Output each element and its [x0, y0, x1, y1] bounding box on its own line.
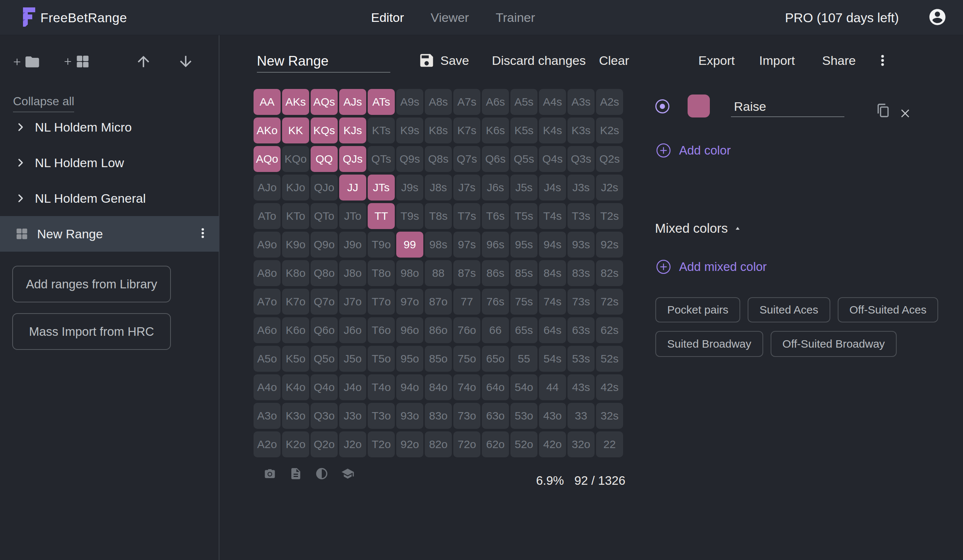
more-options-kebab-icon[interactable] [875, 50, 890, 71]
hand-cell-K6o[interactable]: K6o [282, 317, 309, 343]
hand-cell-AKs[interactable]: AKs [282, 89, 309, 115]
preset-pocket-pairs[interactable]: Pocket pairs [655, 297, 740, 322]
hand-cell-AKo[interactable]: AKo [253, 118, 280, 143]
hand-cell-85s[interactable]: 85s [511, 260, 537, 286]
hand-cell-J8s[interactable]: J8s [425, 175, 452, 201]
hand-cell-84o[interactable]: 84o [425, 374, 452, 400]
hand-cell-T6o[interactable]: T6o [368, 317, 395, 343]
hand-cell-63o[interactable]: 63o [482, 403, 509, 429]
hand-cell-Q6o[interactable]: Q6o [311, 317, 338, 343]
hand-cell-KK[interactable]: KK [282, 118, 309, 143]
color-label-input[interactable] [731, 96, 845, 117]
hand-cell-72s[interactable]: 72s [596, 289, 623, 315]
hand-cell-A7o[interactable]: A7o [253, 289, 280, 315]
add-ranges-from-library-button[interactable]: Add ranges from Library [12, 266, 171, 303]
hand-cell-33[interactable]: 33 [567, 403, 595, 429]
move-up-button[interactable] [135, 53, 152, 70]
hand-cell-J2o[interactable]: J2o [339, 431, 366, 457]
add-folder-button[interactable] [12, 54, 41, 70]
hand-cell-T7o[interactable]: T7o [368, 289, 395, 315]
hand-cell-42o[interactable]: 42o [539, 431, 566, 457]
hand-cell-22[interactable]: 22 [596, 431, 623, 457]
hand-cell-Q2s[interactable]: Q2s [596, 146, 623, 172]
hand-cell-99[interactable]: 99 [396, 231, 423, 257]
save-button[interactable]: Save [418, 50, 469, 71]
hand-cell-93o[interactable]: 93o [396, 403, 423, 429]
hand-cell-AJo[interactable]: AJo [253, 175, 280, 201]
hand-cell-64o[interactable]: 64o [482, 374, 509, 400]
app-logo[interactable]: FreeBetRange [20, 0, 127, 35]
hand-cell-QJs[interactable]: QJs [339, 146, 366, 172]
hand-cell-74s[interactable]: 74s [539, 289, 566, 315]
hand-cell-63s[interactable]: 63s [567, 317, 595, 343]
hand-cell-65s[interactable]: 65s [511, 317, 537, 343]
hand-cell-43s[interactable]: 43s [567, 374, 595, 400]
range-menu-kebab-icon[interactable] [196, 227, 209, 241]
hand-cell-55[interactable]: 55 [511, 346, 537, 372]
hand-cell-Q3o[interactable]: Q3o [311, 403, 338, 429]
hand-cell-Q7s[interactable]: Q7s [453, 146, 480, 172]
copy-icon[interactable] [875, 102, 891, 120]
hand-cell-AQo[interactable]: AQo [253, 146, 280, 172]
hand-cell-66[interactable]: 66 [482, 317, 509, 343]
sidebar-folder-nl-holdem-general[interactable]: NL Holdem General [0, 180, 219, 216]
hand-cell-J5o[interactable]: J5o [339, 346, 366, 372]
hand-cell-52s[interactable]: 52s [596, 346, 623, 372]
sidebar-folder-nl-holdem-low[interactable]: NL Holdem Low [0, 145, 219, 180]
hand-cell-T5o[interactable]: T5o [368, 346, 395, 372]
tab-viewer[interactable]: Viewer [431, 10, 469, 25]
hand-cell-95s[interactable]: 95s [511, 231, 537, 257]
hand-cell-J6o[interactable]: J6o [339, 317, 366, 343]
hand-cell-AA[interactable]: AA [253, 89, 280, 115]
hand-cell-Q4o[interactable]: Q4o [311, 374, 338, 400]
hand-cell-K3s[interactable]: K3s [567, 118, 595, 143]
add-range-button[interactable] [63, 54, 91, 69]
hand-cell-T8s[interactable]: T8s [425, 203, 452, 229]
hand-cell-75s[interactable]: 75s [511, 289, 537, 315]
hand-cell-QTs[interactable]: QTs [368, 146, 395, 172]
hand-cell-Q4s[interactable]: Q4s [539, 146, 566, 172]
hand-cell-32o[interactable]: 32o [567, 431, 595, 457]
discard-changes-button[interactable]: Discard changes [492, 50, 586, 71]
contrast-icon[interactable] [315, 467, 328, 480]
hand-cell-Q5s[interactable]: Q5s [511, 146, 537, 172]
hand-cell-64s[interactable]: 64s [539, 317, 566, 343]
hand-cell-KJo[interactable]: KJo [282, 175, 309, 201]
hand-cell-J8o[interactable]: J8o [339, 260, 366, 286]
hand-cell-K5s[interactable]: K5s [511, 118, 537, 143]
preset-suited-broadway[interactable]: Suited Broadway [655, 331, 763, 357]
hand-cell-K2o[interactable]: K2o [282, 431, 309, 457]
hand-cell-44[interactable]: 44 [539, 374, 566, 400]
hand-cell-86s[interactable]: 86s [482, 260, 509, 286]
hand-cell-T2s[interactable]: T2s [596, 203, 623, 229]
hand-cell-T8o[interactable]: T8o [368, 260, 395, 286]
hand-cell-J2s[interactable]: J2s [596, 175, 623, 201]
hand-cell-JJ[interactable]: JJ [339, 175, 366, 201]
hand-cell-T4o[interactable]: T4o [368, 374, 395, 400]
hand-cell-73o[interactable]: 73o [453, 403, 480, 429]
hand-cell-84s[interactable]: 84s [539, 260, 566, 286]
school-icon[interactable] [341, 467, 354, 480]
hand-cell-K7o[interactable]: K7o [282, 289, 309, 315]
hand-cell-43o[interactable]: 43o [539, 403, 566, 429]
share-button[interactable]: Share [822, 50, 856, 71]
hand-cell-J3s[interactable]: J3s [567, 175, 595, 201]
hand-cell-A2s[interactable]: A2s [596, 89, 623, 115]
hand-cell-J4s[interactable]: J4s [539, 175, 566, 201]
hand-cell-Q7o[interactable]: Q7o [311, 289, 338, 315]
sidebar-item-new-range[interactable]: New Range [0, 216, 219, 252]
add-color-button[interactable]: Add color [656, 143, 731, 158]
hand-cell-53s[interactable]: 53s [567, 346, 595, 372]
hand-cell-J3o[interactable]: J3o [339, 403, 366, 429]
hand-cell-32s[interactable]: 32s [596, 403, 623, 429]
hand-cell-96s[interactable]: 96s [482, 231, 509, 257]
hand-cell-KQs[interactable]: KQs [311, 118, 338, 143]
clear-button[interactable]: Clear [599, 50, 629, 71]
account-avatar-icon[interactable] [928, 7, 947, 28]
hand-cell-82s[interactable]: 82s [596, 260, 623, 286]
hand-cell-K6s[interactable]: K6s [482, 118, 509, 143]
hand-cell-87o[interactable]: 87o [425, 289, 452, 315]
hand-cell-T3s[interactable]: T3s [567, 203, 595, 229]
hand-cell-A3o[interactable]: A3o [253, 403, 280, 429]
hand-cell-94o[interactable]: 94o [396, 374, 423, 400]
